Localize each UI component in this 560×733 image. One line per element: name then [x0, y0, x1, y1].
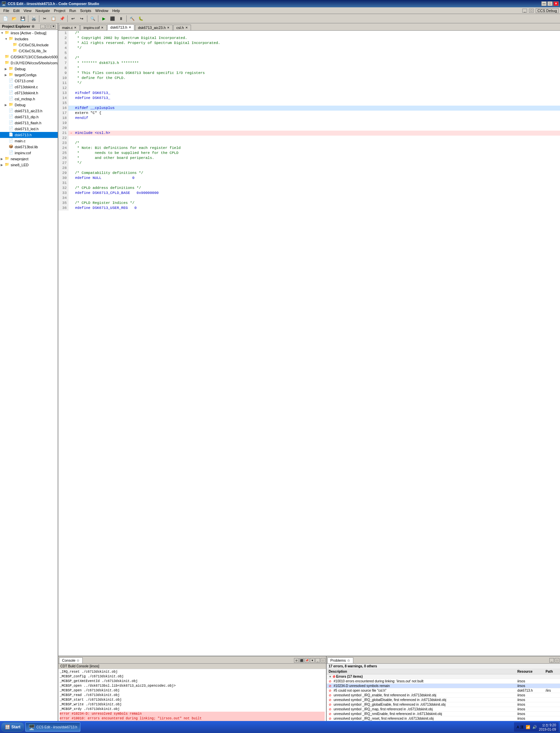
tree-item-sine8-led[interactable]: ▶ 📁 sine8_LED	[0, 162, 58, 168]
code-line-32[interactable]: 32/* CPLD address definitions */	[58, 186, 560, 191]
code-line-34[interactable]: 34	[58, 196, 560, 201]
code-line-31[interactable]: 31	[58, 181, 560, 186]
tree-item-dsk6713-flash[interactable]: 📄 dsk6713_flash.h	[0, 120, 58, 126]
build-button[interactable]: 🔨	[128, 15, 136, 22]
tab-close[interactable]: ✕	[167, 26, 170, 29]
cut-button[interactable]: ✂	[41, 15, 49, 22]
problem-row[interactable]: ⊘ unresolved symbol _IRQ_globalDisable, …	[327, 698, 560, 702]
code-line-25[interactable]: 25 * needs to be supplied here for the C…	[58, 151, 560, 156]
code-line-6[interactable]: 6/*	[58, 56, 560, 61]
console-clear-btn[interactable]: ⊘	[294, 658, 299, 663]
menu-scripts[interactable]: Scripts	[78, 8, 93, 13]
menu-project[interactable]: Project	[52, 8, 67, 13]
menu-help[interactable]: Help	[110, 8, 122, 13]
open-file-button[interactable]: 📂	[10, 15, 18, 22]
code-line-28[interactable]: 28	[58, 166, 560, 171]
problem-row[interactable]: ⊘ unresolved symbol _IRQ_nmiEnable, firs…	[327, 712, 560, 716]
run-button[interactable]: ▶	[100, 15, 108, 22]
tree-item-c6713cmd[interactable]: 📄 C6713.cmd	[0, 78, 58, 84]
redo-button[interactable]: ↪	[78, 15, 86, 22]
close-button[interactable]: ✕	[553, 1, 559, 6]
tree-item-include-1[interactable]: 📁 C/C6xCSL/include	[0, 42, 58, 48]
tab-dsk6713-h[interactable]: dsk6713.h ✕	[107, 24, 134, 30]
start-button[interactable]: 🪟 Start	[1, 722, 24, 732]
code-line-10[interactable]: 10 * define for the CPLD.	[58, 76, 560, 81]
tab-impinv[interactable]: impinv.cof ✕	[80, 25, 107, 30]
problems-content[interactable]: Description Resource Path ▼ ⊘ Errors (17…	[327, 669, 560, 726]
panel-maximize[interactable]: □	[46, 25, 50, 29]
tree-root-iirsos[interactable]: ▼ 📁 iirsos [Active - Debug]	[0, 30, 58, 36]
tree-item-dsk6713bsl[interactable]: 📦 dsk6713bsl.lib	[0, 144, 58, 150]
code-line-35[interactable]: 35/* CPLD Register Indices */	[58, 201, 560, 206]
tab-main-c[interactable]: main.c ✕	[59, 25, 80, 30]
tree-item-include-4[interactable]: 📁 D:/JUYEON/ccsv5/tools/compiler/c	[0, 60, 58, 66]
tree-item-dsk6713-led[interactable]: 📄 dsk6713_led.h	[0, 126, 58, 132]
code-line-29[interactable]: 29/* Compatability definitions */	[58, 171, 560, 176]
menu-navigate[interactable]: Navigate	[33, 8, 52, 13]
tab-problems[interactable]: Problems ☆	[327, 657, 353, 663]
tab-console[interactable]: Console ☆	[59, 657, 83, 663]
copy-button[interactable]: 📋	[49, 15, 57, 22]
code-line-20[interactable]: 20	[58, 126, 560, 131]
problems-maximize-btn[interactable]: □	[555, 658, 559, 663]
code-line-3[interactable]: 3 * All rights reserved. Property of Spe…	[58, 41, 560, 46]
minimize-button[interactable]: —	[541, 1, 547, 6]
code-line-9[interactable]: 9 * This files contains DSK6713 board sp…	[58, 71, 560, 76]
panel-minimize-btn[interactable]: _	[522, 9, 527, 13]
new-file-button[interactable]: 📄	[1, 15, 9, 22]
panel-minimize[interactable]: _	[40, 25, 45, 29]
console-scroll-lock-btn[interactable]: ⬛	[299, 658, 304, 663]
ccs-debug-btn[interactable]: CCS Debug	[536, 8, 559, 13]
save-button[interactable]: 💾	[19, 15, 27, 22]
tab-close[interactable]: ✕	[185, 26, 188, 29]
problem-row[interactable]: ⊘ #5 could not open source file "csl.h"d…	[327, 688, 560, 693]
menu-view[interactable]: View	[22, 8, 34, 13]
tree-item-debug[interactable]: ▶ 📁 Debug	[0, 66, 58, 72]
paste-button[interactable]: 📌	[58, 15, 66, 22]
code-line-36[interactable]: 36#define DSK6713_USER_REG 0	[58, 206, 560, 211]
code-line-12[interactable]: 12	[58, 86, 560, 91]
tree-item-debug2[interactable]: ▶ 📁 Debug	[0, 102, 58, 108]
code-line-13[interactable]: 13#ifndef DSK6713_	[58, 91, 560, 96]
problem-group-errors[interactable]: ▼ ⊘ Errors (17 items)	[327, 674, 560, 679]
taskbar-ccs-button[interactable]: 🖥️ CCS Edit - iirsos/dsk6713.h	[25, 722, 80, 732]
tree-item-include-3[interactable]: 📁 C/DSK6713/CCSstudio/c6000/dsk67	[0, 54, 58, 60]
tab-csl-h[interactable]: csl.h ✕	[173, 25, 191, 30]
problem-row[interactable]: ⊘ unresolved symbol _IRQ_reset, first re…	[327, 716, 560, 721]
code-line-33[interactable]: 33#define DSK6713_CPLD_BASE 0x90000000	[58, 191, 560, 196]
tab-close[interactable]: ✕	[129, 26, 131, 29]
stop-button[interactable]: ⬛	[108, 15, 116, 22]
debug-button[interactable]: 🐛	[137, 15, 145, 22]
search-button[interactable]: 🔍	[89, 15, 97, 22]
tree-item-main-c[interactable]: 📄 main.c	[0, 138, 58, 144]
code-line-16[interactable]: 16#ifdef __cplusplus	[58, 106, 560, 111]
tree-item-include-2[interactable]: 📁 C/C6xCSL/lib_3x	[0, 48, 58, 54]
maximize-button[interactable]: □	[547, 1, 553, 6]
console-pin-btn[interactable]: 📌	[305, 658, 309, 663]
menu-window[interactable]: Window	[93, 8, 110, 13]
console-maximize-btn[interactable]: □	[321, 658, 325, 663]
code-editor[interactable]: 1/*2 * Copyright 2002 by Spectrum Digita…	[58, 31, 560, 656]
print-button[interactable]: 🖨️	[30, 15, 38, 22]
code-line-27[interactable]: 27 */	[58, 161, 560, 166]
code-line-26[interactable]: 26 * and other board periperals.	[58, 156, 560, 161]
tree-item-targetconfigs[interactable]: ▶ 📁 targetConfigs	[0, 72, 58, 78]
code-line-4[interactable]: 4 */	[58, 46, 560, 51]
problem-row[interactable]: ⊘ unresolved symbol _IRQ_enable, first r…	[327, 693, 560, 698]
code-line-22[interactable]: 22	[58, 136, 560, 141]
tree-item-dsk6713-dip[interactable]: 📄 dsk6713_dip.h	[0, 114, 58, 120]
code-line-21[interactable]: 21→#include <csl.h>	[58, 131, 560, 136]
code-line-8[interactable]: 8 *	[58, 66, 560, 71]
pause-button[interactable]: ⏸	[117, 15, 125, 22]
code-line-1[interactable]: 1/*	[58, 31, 560, 36]
code-line-30[interactable]: 30#define NULL 0	[58, 176, 560, 181]
tree-item-impinv[interactable]: 📄 impinv.cof	[0, 150, 58, 156]
tree-item-includes[interactable]: ▼ 📁 Includes	[0, 36, 58, 42]
code-line-11[interactable]: 11 */	[58, 81, 560, 86]
tree-item-newproject[interactable]: ▶ 📁 newproject	[0, 156, 58, 162]
menu-file[interactable]: File	[1, 8, 11, 13]
tree-item-c6713dskinit-c[interactable]: 📄 c6713dskinit.c	[0, 84, 58, 90]
tab-close[interactable]: ✕	[101, 26, 104, 29]
console-content[interactable]: _IRQ_reset ./c6713dskinit.obj _MCBSP_con…	[58, 669, 326, 726]
panel-restore-btn[interactable]: □	[529, 9, 534, 13]
